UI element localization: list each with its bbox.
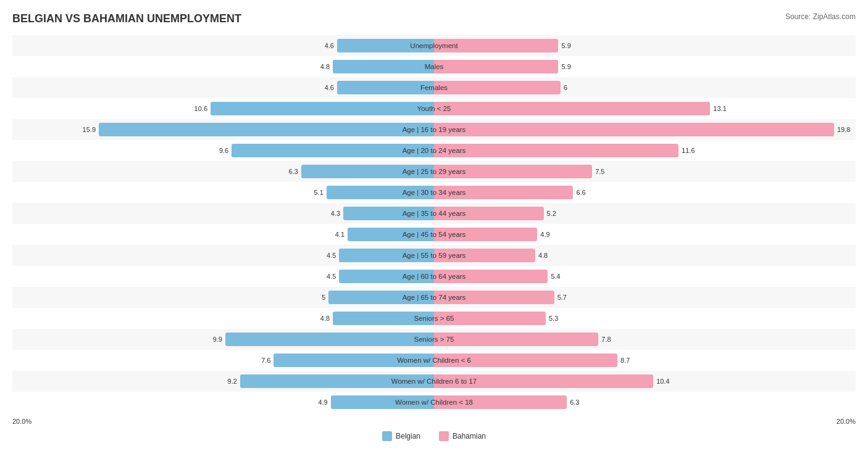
legend: Belgian Bahamian	[12, 431, 856, 441]
bar-row: 9.2 Women w/ Children 6 to 17 10.4	[12, 371, 856, 392]
belgian-value: 4.6	[315, 84, 334, 91]
bar-row: 9.9 Seniors > 75 7.8	[12, 329, 856, 350]
bahamian-bar	[434, 395, 567, 409]
legend-belgian: Belgian	[382, 431, 420, 441]
bahamian-value: 19.8	[837, 126, 856, 133]
belgian-value: 4.9	[309, 399, 328, 406]
bahamian-value: 4.8	[538, 252, 557, 259]
bahamian-value: 5.9	[561, 42, 580, 49]
bar-row: 4.5 Age | 55 to 59 years 4.8	[12, 245, 856, 266]
bahamian-bar	[434, 102, 710, 115]
legend-bahamian: Bahamian	[439, 431, 486, 441]
belgian-bar	[343, 207, 434, 220]
belgian-bar	[99, 123, 434, 136]
bahamian-value: 5.2	[547, 210, 565, 217]
axis-left: 20.0%	[12, 418, 31, 425]
belgian-value: 6.3	[280, 168, 298, 175]
belgian-value: 4.6	[315, 42, 334, 49]
belgian-value: 9.6	[210, 147, 228, 154]
belgian-bar	[333, 312, 434, 325]
belgian-value: 4.5	[317, 273, 336, 280]
bahamian-bar	[434, 270, 548, 283]
belgian-value: 4.8	[311, 315, 330, 322]
belgian-value: 5	[307, 294, 325, 301]
bahamian-value: 4.9	[540, 231, 559, 238]
bahamian-value: 13.1	[713, 105, 732, 112]
bahamian-bar	[434, 186, 573, 199]
bar-row: 4.1 Age | 45 to 54 years 4.9	[12, 224, 856, 245]
bahamian-bar	[434, 207, 544, 220]
bahamian-bar	[434, 228, 537, 241]
belgian-value: 10.6	[189, 105, 207, 112]
bahamian-value: 5.3	[549, 315, 567, 322]
belgian-value: 4.5	[317, 252, 336, 259]
bahamian-value: 7.8	[601, 336, 620, 343]
belgian-bar	[339, 270, 434, 283]
belgian-bar	[301, 165, 434, 178]
bahamian-bar	[434, 39, 558, 52]
legend-bahamian-box	[439, 431, 449, 441]
belgian-bar	[327, 186, 434, 199]
belgian-value: 7.6	[252, 357, 270, 364]
belgian-bar	[348, 228, 434, 241]
bar-row: 5.1 Age | 30 to 34 years 6.6	[12, 182, 856, 203]
bar-row: 4.8 Males 5.9	[12, 56, 856, 77]
belgian-value: 9.2	[219, 378, 237, 385]
bar-row: 7.6 Women w/ Children < 6 8.7	[12, 350, 856, 371]
bar-row: 15.9 Age | 16 to 19 years 19.8	[12, 119, 856, 140]
legend-bahamian-label: Bahamian	[453, 432, 486, 440]
belgian-value: 4.8	[311, 63, 330, 70]
belgian-bar	[337, 39, 434, 52]
bahamian-value: 6	[564, 84, 582, 91]
bahamian-bar	[434, 333, 598, 346]
belgian-value: 4.1	[326, 231, 344, 238]
bahamian-bar	[434, 249, 535, 262]
belgian-bar	[240, 374, 434, 388]
bar-row: 6.3 Age | 25 to 29 years 7.5	[12, 161, 856, 182]
bar-row: 4.8 Seniors > 65 5.3	[12, 308, 856, 329]
bahamian-bar	[434, 353, 617, 367]
bahamian-value: 10.4	[656, 378, 675, 385]
belgian-bar	[211, 102, 434, 115]
belgian-bar	[225, 333, 434, 346]
bahamian-bar	[434, 374, 653, 388]
legend-belgian-box	[382, 431, 392, 441]
chart-source: Source: ZipAtlas.com	[785, 12, 856, 21]
bahamian-bar	[434, 81, 561, 94]
chart-header: BELGIAN VS BAHAMIAN UNEMPLOYMENT Source:…	[12, 12, 856, 25]
belgian-bar	[232, 144, 434, 157]
belgian-value: 5.1	[305, 189, 323, 196]
bar-row: 4.5 Age | 60 to 64 years 5.4	[12, 266, 856, 287]
bahamian-value: 5.4	[551, 273, 569, 280]
bahamian-bar	[434, 144, 678, 157]
bar-row: 10.6 Youth < 25 13.1	[12, 98, 856, 119]
belgian-bar	[328, 291, 434, 304]
bahamian-value: 8.7	[620, 357, 639, 364]
chart-body: 4.6 Unemployment 5.9 4.8 Males	[12, 35, 856, 413]
belgian-bar	[273, 353, 434, 367]
bahamian-bar	[434, 312, 546, 325]
belgian-bar	[339, 249, 434, 262]
bahamian-value: 6.6	[576, 189, 595, 196]
belgian-bar	[331, 395, 434, 409]
bar-row: 5 Age | 65 to 74 years 5.7	[12, 287, 856, 308]
belgian-value: 9.9	[204, 336, 222, 343]
axis-right: 20.0%	[837, 418, 856, 425]
chart-container: BELGIAN VS BAHAMIAN UNEMPLOYMENT Source:…	[0, 0, 868, 447]
bar-row: 4.6 Females 6	[12, 77, 856, 98]
bar-row: 4.3 Age | 35 to 44 years 5.2	[12, 203, 856, 224]
bahamian-value: 6.3	[570, 399, 588, 406]
belgian-value: 15.9	[77, 126, 96, 133]
bahamian-value: 11.6	[682, 147, 700, 154]
bar-row: 4.9 Women w/ Children < 18 6.3	[12, 392, 856, 413]
bahamian-bar	[434, 60, 558, 73]
bar-row: 4.6 Unemployment 5.9	[12, 35, 856, 56]
bahamian-value: 5.7	[557, 294, 576, 301]
legend-belgian-label: Belgian	[396, 432, 420, 440]
bahamian-bar	[434, 291, 554, 304]
bahamian-value: 5.9	[561, 63, 580, 70]
bahamian-bar	[434, 165, 592, 178]
bahamian-bar	[434, 123, 834, 136]
belgian-value: 4.3	[322, 210, 340, 217]
belgian-bar	[337, 81, 434, 94]
